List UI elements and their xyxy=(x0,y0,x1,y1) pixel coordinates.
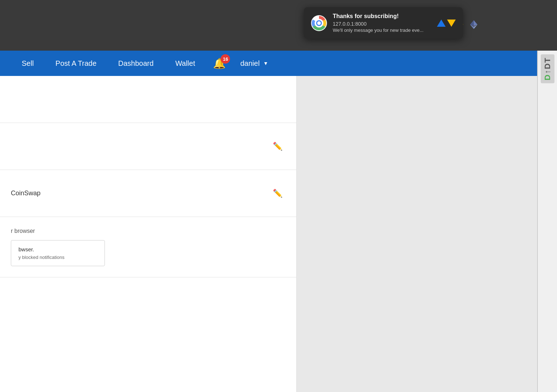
nav-username: daniel xyxy=(240,59,259,68)
notification-action-up[interactable] xyxy=(437,20,446,27)
notification-toast: Thanks for subscribing! 127.0.0.1:8000 W… xyxy=(304,7,463,39)
svg-point-18 xyxy=(317,21,321,25)
notification-settings-label: r browser xyxy=(11,228,285,234)
main-content: ✏️ CoinSwap ✏️ r browser bwser. y blocke… xyxy=(0,76,557,392)
content-left: ✏️ CoinSwap ✏️ r browser bwser. y blocke… xyxy=(0,76,297,392)
nav-sell[interactable]: Sell xyxy=(11,51,44,76)
bell-badge: 16 xyxy=(221,54,230,64)
nav-dashboard[interactable]: Dashboard xyxy=(107,51,165,76)
browser-chrome: ☆ ⠿ 10 WWW ✝ xyxy=(0,0,557,51)
green-d-icon: D xyxy=(543,74,552,80)
user-dropdown-arrow-icon: ▼ xyxy=(263,60,268,66)
chrome-logo-icon xyxy=(311,15,327,31)
notification-title: Thanks for subscribing! xyxy=(333,13,431,20)
list-row: ✏️ xyxy=(0,123,296,170)
side-panel: D↑DT xyxy=(537,51,557,392)
nav-wallet[interactable]: Wallet xyxy=(165,51,206,76)
row-3-text: CoinSwap xyxy=(11,189,41,197)
notification-action-down[interactable] xyxy=(447,20,456,27)
browser-text: bwser. xyxy=(18,246,97,252)
list-row: CoinSwap ✏️ xyxy=(0,170,296,217)
edit-icon[interactable]: ✏️ xyxy=(270,186,285,201)
notification-browser-box: bwser. y blocked notifications xyxy=(11,240,105,266)
nav-user[interactable]: daniel ▼ xyxy=(233,51,275,76)
side-panel-label: D↑DT xyxy=(541,54,554,83)
notification-body: We'll only message you for new trade eve… xyxy=(333,27,431,33)
nav-bell-container[interactable]: 🔔 16 xyxy=(206,51,233,76)
edit-icon[interactable]: ✏️ xyxy=(270,139,285,154)
content-right: D↑DT xyxy=(297,76,557,392)
notification-url: 127.0.0.1:8000 xyxy=(333,21,431,27)
notification-actions xyxy=(437,20,456,27)
navbar: Sell Post A Trade Dashboard Wallet 🔔 16 … xyxy=(0,51,557,76)
nav-post-trade[interactable]: Post A Trade xyxy=(44,51,107,76)
notification-content: Thanks for subscribing! 127.0.0.1:8000 W… xyxy=(333,13,431,33)
ethereum-icon[interactable] xyxy=(470,20,477,31)
list-row xyxy=(0,76,296,123)
notification-settings-row: r browser bwser. y blocked notifications xyxy=(0,217,296,277)
blocked-notifications-text: y blocked notifications xyxy=(18,255,97,260)
